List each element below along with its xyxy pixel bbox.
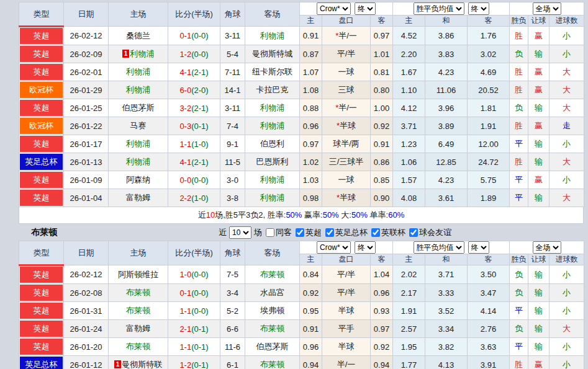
home-team-name[interactable]: 阿斯顿维拉 — [118, 270, 158, 279]
handicap-result: 赢 — [528, 27, 550, 45]
league-badge: 欧冠杯 — [20, 82, 63, 98]
avg-draw-odds: 4.23 — [425, 63, 468, 81]
result: 平 — [510, 302, 528, 320]
avg-away-odds: 3.02 — [468, 45, 510, 63]
avg-away-odds: 12.00 — [468, 135, 510, 153]
odds-state-select[interactable]: 终 — [355, 2, 376, 15]
away-team-name[interactable]: 伯恩茅斯 — [256, 342, 289, 351]
home-team-name[interactable]: 桑德兰 — [126, 31, 150, 40]
odds-home: 1.07 — [300, 63, 322, 81]
home-team-name[interactable]: 布莱顿 — [126, 288, 150, 297]
col-header-away: 客场 — [245, 2, 300, 27]
avg-odds-select[interactable]: 胜平负均值 — [414, 2, 464, 15]
match-date: 26-01-29 — [64, 81, 109, 99]
home-team-name[interactable]: 利物浦 — [126, 139, 150, 148]
odds-state-select[interactable]: 终 — [355, 241, 376, 254]
home-team-name[interactable]: 利物浦 — [126, 85, 150, 94]
odds-away: 0.80 — [371, 81, 393, 99]
home-team: 布莱顿 — [109, 302, 168, 320]
home-team-name[interactable]: 布莱顿 — [126, 306, 150, 315]
away-team-name[interactable]: 布莱顿 — [260, 360, 284, 369]
avg-state-select[interactable]: 终 — [468, 241, 489, 254]
odds-away: 0.93 — [371, 302, 393, 320]
recent-count-select[interactable]: 10 — [229, 226, 251, 239]
filter-checkbox-input[interactable] — [325, 228, 334, 237]
match-row: 英超26-02-12阿斯顿维拉1-0(0-0)7-5布莱顿0.84平/半1.04… — [19, 265, 584, 284]
scope-select[interactable]: 全场 — [533, 2, 561, 15]
home-team-name[interactable]: 马赛 — [130, 121, 147, 130]
result: 负 — [510, 320, 528, 338]
corners: 11-5 — [220, 153, 245, 171]
away-team-name[interactable]: 卡拉巴克 — [256, 85, 289, 94]
match-date: 26-01-12 — [64, 356, 109, 369]
league-badge: 英超 — [20, 190, 63, 206]
away-team-name[interactable]: 利物浦 — [260, 121, 284, 130]
home-team-name[interactable]: 布莱顿 — [126, 342, 150, 351]
away-team-name[interactable]: 水晶宫 — [260, 288, 284, 297]
away-team-name[interactable]: 巴恩斯利 — [256, 157, 289, 166]
away-team-name[interactable]: 利物浦 — [260, 193, 284, 202]
avg-state-select[interactable]: 终 — [468, 2, 489, 15]
away-team-name[interactable]: 布莱顿 — [260, 324, 284, 333]
filter-checkbox-input[interactable] — [266, 228, 274, 237]
fulltime-score: 0-1 — [179, 31, 191, 40]
odds-source-select[interactable]: Crow* — [317, 2, 351, 15]
avg-home-odds: 1.95 — [393, 338, 425, 356]
news-flag-icon: 1 — [114, 360, 122, 368]
league-badge: 英超 — [20, 100, 63, 116]
away-team-name[interactable]: 埃弗顿 — [260, 306, 284, 315]
home-team-name[interactable]: 利物浦 — [126, 157, 150, 166]
filter-checkbox-input[interactable] — [371, 228, 380, 237]
filter-checkbox: 英联杯 — [371, 227, 405, 238]
match-date: 26-01-04 — [64, 189, 109, 207]
home-team-name[interactable]: 富勒姆 — [126, 324, 150, 333]
home-team-name[interactable]: 富勒姆 — [126, 193, 150, 202]
home-team: 利物浦 — [109, 135, 168, 153]
halftime-score: (2-1) — [191, 104, 208, 113]
match-history-page: 类型 日期 主场 比分(半场) 角球 客场 Crow*终 胜平负均值终 全场 — [0, 0, 588, 369]
goals-total: 小 — [550, 338, 584, 356]
scope-select[interactable]: 全场 — [533, 241, 561, 254]
filter-checkbox-input[interactable] — [409, 228, 418, 237]
fulltime-score: 6-0 — [179, 86, 191, 95]
avg-draw-odds: 12.85 — [425, 153, 468, 171]
filter-checkbox-input[interactable] — [296, 228, 304, 237]
home-team-name[interactable]: 利物浦 — [126, 67, 150, 76]
col-header-home: 主场 — [109, 2, 168, 27]
avg-odds-select[interactable]: 胜平负均值 — [414, 241, 464, 254]
away-team-name[interactable]: 利物浦 — [260, 31, 284, 40]
col-header-type: 类型 — [19, 2, 64, 27]
league-badge: 英足总杯 — [20, 357, 63, 369]
home-team-name[interactable]: 利物浦 — [130, 49, 154, 58]
odds-home: 0.91 — [300, 320, 322, 338]
away-team-name[interactable]: 布莱顿 — [260, 270, 284, 279]
avg-home-odds: 1.77 — [393, 356, 425, 369]
corners: 3-11 — [220, 27, 245, 45]
odds-source-select[interactable]: Crow* — [317, 241, 351, 254]
fulltime-score: 1-0 — [179, 270, 191, 279]
halftime-score: (0-0) — [191, 306, 208, 316]
away-team-name[interactable]: 伯恩利 — [260, 139, 284, 148]
halftime-score: (0-0) — [191, 50, 208, 59]
odds-away: 0.97 — [371, 27, 393, 45]
away-team-name[interactable]: 纽卡斯尔联 — [252, 67, 292, 76]
corners: 5-2 — [220, 302, 245, 320]
filter-checkbox: 英足总杯 — [325, 227, 368, 238]
summary-segment: 大: — [339, 210, 351, 220]
away-team-name[interactable]: 曼彻斯特城 — [252, 49, 292, 58]
subcol-goals: 进球数 — [550, 254, 584, 265]
home-team-name[interactable]: 曼彻斯特联 — [122, 360, 162, 369]
home-team-name[interactable]: 阿森纳 — [126, 175, 150, 184]
home-team-name[interactable]: 伯恩茅斯 — [122, 103, 155, 112]
home-team: 利物浦 — [109, 63, 168, 81]
match-row: 英超26-01-04富勒姆2-2(1-0)3-8利物浦0.98*半球0.904.… — [19, 189, 584, 207]
match-date: 26-01-17 — [64, 135, 109, 153]
league-badge: 英超 — [20, 28, 63, 44]
avg-draw-odds: 3.82 — [425, 338, 468, 356]
avg-draw-odds: 6.49 — [425, 135, 468, 153]
corners: 7-11 — [220, 63, 245, 81]
halftime-score: (0-0) — [191, 31, 208, 40]
score-cell: 0-3(0-1) — [168, 117, 220, 135]
away-team-name[interactable]: 利物浦 — [260, 175, 284, 184]
away-team-name[interactable]: 利物浦 — [260, 103, 284, 112]
